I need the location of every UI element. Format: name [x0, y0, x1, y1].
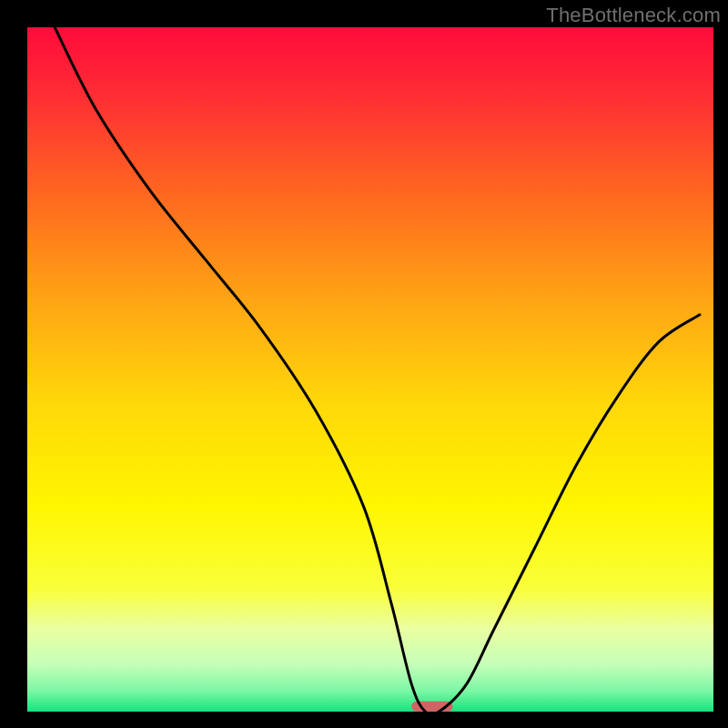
chart-canvas: [0, 0, 728, 728]
watermark-text: TheBottleneck.com: [546, 4, 721, 27]
bottleneck-chart: TheBottleneck.com: [0, 0, 728, 728]
chart-gradient-bg: [27, 27, 713, 712]
